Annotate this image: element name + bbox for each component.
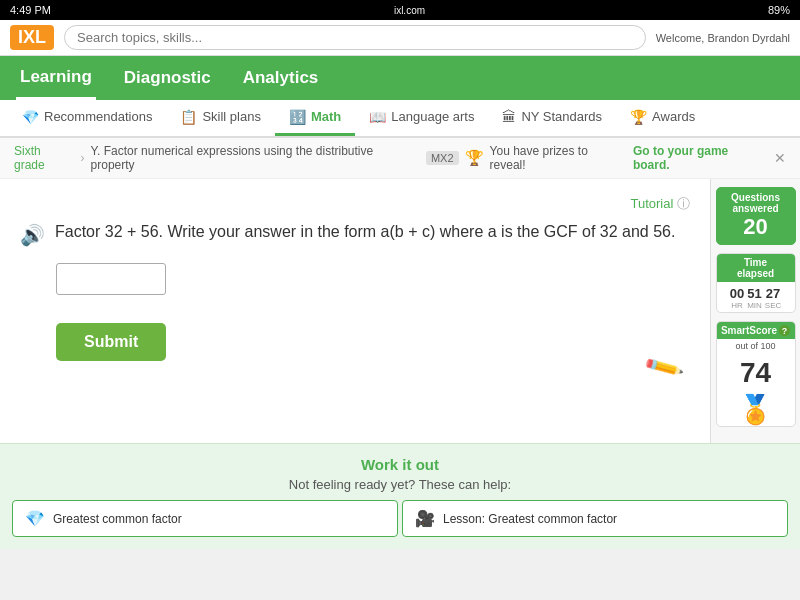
tab-awards[interactable]: 🏆 Awards (616, 101, 709, 136)
time-min-label: MIN (747, 301, 762, 310)
gcf-card-icon: 💎 (25, 509, 45, 528)
help-card-gcf[interactable]: 💎 Greatest common factor (12, 500, 398, 537)
answer-input[interactable] (56, 263, 166, 295)
recommendations-icon: 💎 (22, 109, 39, 125)
trophy-icon: 🏆 (465, 149, 484, 167)
prize-text: You have prizes to reveal! (490, 144, 627, 172)
main-nav: Learning Diagnostic Analytics (0, 56, 800, 100)
smart-score-box: SmartScore ? out of 100 74 🏅 (716, 321, 796, 427)
smart-score-sublabel: out of 100 (717, 339, 795, 353)
question-content: Factor 32 + 56. Write your answer in the… (55, 223, 675, 241)
tab-math[interactable]: 🔢 Math (275, 101, 355, 136)
prize-close-button[interactable]: ✕ (774, 150, 786, 166)
tab-awards-label: Awards (652, 109, 695, 124)
ny-standards-icon: 🏛 (502, 109, 516, 125)
medal-icon: 🏅 (717, 393, 795, 426)
language-arts-icon: 📖 (369, 109, 386, 125)
status-battery: 89% (768, 4, 790, 16)
smart-score-label: SmartScore (721, 325, 777, 336)
tab-ny-standards-label: NY Standards (521, 109, 602, 124)
gcf-card-label: Greatest common factor (53, 512, 182, 526)
tab-language-arts[interactable]: 📖 Language arts (355, 101, 488, 136)
tab-recommendations[interactable]: 💎 Recommendations (8, 101, 166, 136)
time-min: 51 MIN (747, 286, 762, 310)
question-area: Tutorial ⓘ 🔊 Factor 32 + 56. Write your … (0, 179, 710, 443)
search-input[interactable] (64, 25, 646, 50)
questions-answered-value: 20 (721, 214, 791, 240)
side-panel: Questionsanswered 20 Timeelapsed 00 HR 5… (710, 179, 800, 443)
top-bar: IXL Welcome, Brandon Dyrdahl (0, 20, 800, 56)
help-section: Work it out Not feeling ready yet? These… (0, 443, 800, 549)
user-welcome: Welcome, Brandon Dyrdahl (656, 32, 790, 44)
prize-banner: 🏆 You have prizes to reveal! Go to your … (465, 144, 786, 172)
tab-skill-plans-label: Skill plans (202, 109, 261, 124)
question-text: 🔊 Factor 32 + 56. Write your answer in t… (20, 223, 690, 247)
pencil-icon[interactable]: ✏️ (642, 346, 685, 389)
lesson-card-icon: 🎥 (415, 509, 435, 528)
help-title: Work it out (12, 456, 788, 473)
ixl-logo: IXL (10, 25, 54, 50)
breadcrumb-bar: Sixth grade › Y. Factor numerical expres… (0, 138, 800, 179)
nav-item-diagnostic[interactable]: Diagnostic (120, 58, 215, 98)
tab-math-label: Math (311, 109, 341, 124)
tutorial-link[interactable]: Tutorial ⓘ (20, 195, 690, 213)
tab-ny-standards[interactable]: 🏛 NY Standards (488, 101, 616, 136)
help-card-lesson[interactable]: 🎥 Lesson: Greatest common factor (402, 500, 788, 537)
tab-recommendations-label: Recommendations (44, 109, 152, 124)
breadcrumb-grade[interactable]: Sixth grade (14, 144, 75, 172)
tab-skill-plans[interactable]: 📋 Skill plans (166, 101, 275, 136)
help-cards: 💎 Greatest common factor 🎥 Lesson: Great… (12, 500, 788, 537)
lesson-card-label: Lesson: Greatest common factor (443, 512, 617, 526)
smart-score-info-icon: ? (779, 325, 790, 336)
math-icon: 🔢 (289, 109, 306, 125)
time-display: 00 HR 51 MIN 27 SEC (717, 282, 795, 312)
tab-language-arts-label: Language arts (391, 109, 474, 124)
tutorial-info-icon: ⓘ (677, 196, 690, 211)
time-hr: 00 HR (730, 286, 744, 310)
time-hr-label: HR (730, 301, 744, 310)
breadcrumb-arrow: › (81, 151, 85, 165)
smart-score-header: SmartScore ? (717, 322, 795, 339)
help-subtitle: Not feeling ready yet? These can help: (12, 477, 788, 492)
questions-answered-label: Questionsanswered (721, 192, 791, 214)
awards-icon: 🏆 (630, 109, 647, 125)
submit-button[interactable]: Submit (56, 323, 166, 361)
time-sec-label: SEC (765, 301, 781, 310)
smart-score-value: 74 (717, 353, 795, 393)
time-sec-value: 27 (765, 286, 781, 301)
status-url: ixl.com (394, 5, 425, 16)
time-elapsed-label: Timeelapsed (717, 254, 795, 282)
sub-nav: 💎 Recommendations 📋 Skill plans 🔢 Math 📖… (0, 100, 800, 138)
prize-link[interactable]: Go to your game board. (633, 144, 768, 172)
nav-item-analytics[interactable]: Analytics (239, 58, 323, 98)
tutorial-label[interactable]: Tutorial (631, 196, 674, 211)
questions-answered-box: Questionsanswered 20 (716, 187, 796, 245)
time-min-value: 51 (747, 286, 762, 301)
status-bar: 4:49 PM ixl.com 89% (0, 0, 800, 20)
status-time: 4:49 PM (10, 4, 51, 16)
audio-icon[interactable]: 🔊 (20, 223, 45, 247)
content-wrapper: Tutorial ⓘ 🔊 Factor 32 + 56. Write your … (0, 179, 800, 443)
time-sec: 27 SEC (765, 286, 781, 310)
time-elapsed-box: Timeelapsed 00 HR 51 MIN 27 SEC (716, 253, 796, 313)
nav-item-learning[interactable]: Learning (16, 57, 96, 100)
skill-badge: MX2 (426, 151, 459, 165)
time-hr-value: 00 (730, 286, 744, 301)
skill-plans-icon: 📋 (180, 109, 197, 125)
breadcrumb-skill: Y. Factor numerical expressions using th… (91, 144, 420, 172)
